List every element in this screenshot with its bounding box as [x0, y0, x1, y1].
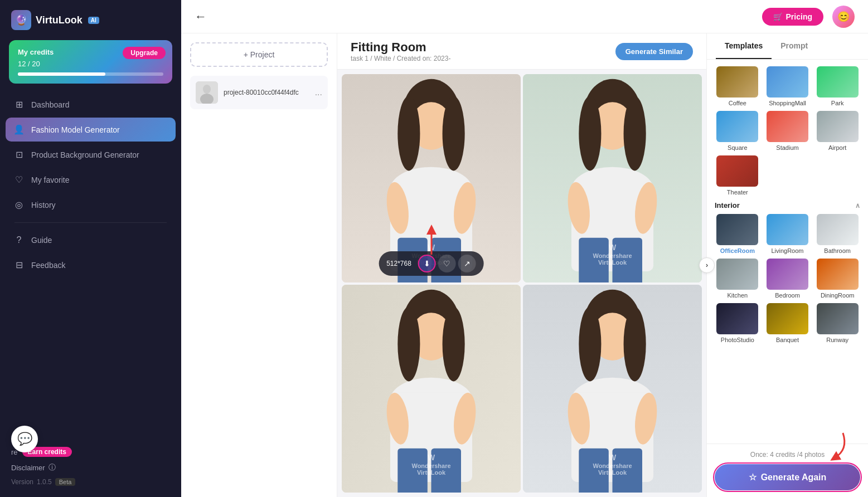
svg-rect-47 — [579, 448, 609, 493]
collapse-icon[interactable]: ∧ — [855, 202, 860, 209]
sidebar-item-label: Dashboard — [31, 100, 70, 109]
project-more-icon[interactable]: ... — [315, 87, 322, 98]
template-label-bathroom: Bathroom — [824, 247, 851, 254]
sidebar-item-feedback[interactable]: ⊟ Feedback — [6, 253, 176, 277]
left-panel: + Project project-80010cc0f44f4dfc ... — [181, 33, 337, 497]
svg-point-13 — [397, 96, 420, 171]
download-button-1[interactable]: ⬇ — [418, 255, 436, 272]
template-grid-interior2: Kitchen Bedroom DiningRoom — [715, 259, 860, 299]
template-item-runway[interactable]: Runway — [814, 303, 860, 343]
sidebar-nav: ⊞ Dashboard 👤 Fashion Model Generator ⊡ … — [0, 92, 181, 441]
template-thumb-bathroom — [817, 214, 859, 245]
image-cell-3: W Wondershare VirtuLook — [342, 285, 521, 493]
generate-similar-button[interactable]: Generate Similar — [615, 43, 693, 60]
template-item-stadium[interactable]: Stadium — [765, 111, 811, 151]
template-thumb-diningroom — [817, 259, 859, 290]
task-label: task 1 — [351, 55, 368, 62]
svg-point-14 — [443, 96, 465, 171]
template-thumb-kitchen — [716, 259, 758, 290]
template-item-diningroom[interactable]: DiningRoom — [814, 259, 860, 299]
svg-point-39 — [397, 306, 420, 381]
template-item-airport[interactable]: Airport — [814, 111, 860, 151]
generate-again-label: Generate Again — [761, 472, 827, 483]
tab-templates[interactable]: Templates — [716, 33, 772, 59]
sidebar-item-label: Feedback — [31, 261, 65, 270]
version-number: 1.0.5 — [37, 478, 52, 486]
app-name: VirtuLook — [36, 14, 83, 26]
template-label-shoppingmall: ShoppingMall — [769, 100, 806, 106]
template-label-square: Square — [728, 144, 747, 151]
template-grid-outdoor1: Coffee ShoppingMall Park — [715, 66, 860, 106]
sidebar-item-label: Guide — [31, 236, 52, 245]
sidebar-item-fashion-model[interactable]: 👤 Fashion Model Generator — [6, 118, 176, 142]
template-thumb-coffee — [716, 66, 758, 98]
template-thumb-theater — [716, 155, 758, 187]
svg-rect-35 — [397, 448, 428, 493]
sidebar-item-label: Fashion Model Generator — [31, 125, 120, 134]
tab-prompt[interactable]: Prompt — [772, 33, 817, 59]
template-item-shoppingmall[interactable]: ShoppingMall — [765, 66, 811, 106]
sidebar-item-dashboard[interactable]: ⊞ Dashboard — [6, 92, 176, 116]
template-item-park[interactable]: Park — [814, 66, 860, 106]
ai-badge: AI — [88, 17, 99, 24]
pricing-icon: 🛒 — [773, 12, 783, 21]
template-item-photostudio[interactable]: PhotoStudio — [715, 303, 760, 343]
avatar[interactable]: 😊 — [832, 6, 855, 28]
project-item[interactable]: project-80010cc0f44f4dfc ... — [190, 76, 328, 109]
pricing-label: Pricing — [786, 12, 812, 21]
fitting-room-title: Fitting Room — [351, 40, 450, 55]
heart-icon: ♡ — [13, 174, 25, 185]
pricing-button[interactable]: 🛒 Pricing — [762, 8, 823, 26]
chat-button[interactable]: 💬 — [11, 426, 38, 452]
share-button-1[interactable]: ↗ — [458, 255, 476, 272]
template-thumb-officeroom — [716, 214, 758, 245]
topbar-right: 🛒 Pricing 😊 — [762, 6, 855, 28]
template-item-bedroom[interactable]: Bedroom — [765, 259, 811, 299]
template-label-airport: Airport — [828, 144, 846, 151]
template-label-runway: Runway — [826, 337, 848, 343]
template-item-kitchen[interactable]: Kitchen — [715, 259, 760, 299]
template-thumb-stadium — [767, 111, 808, 142]
beta-badge: Beta — [55, 478, 76, 486]
project-name: project-80010cc0f44f4dfc — [224, 89, 309, 96]
templates-content: Coffee ShoppingMall Park Square — [707, 60, 868, 444]
template-item-square[interactable]: Square — [715, 111, 760, 151]
fitting-room-meta: task 1 / White / Created on: 2023- — [351, 55, 450, 62]
generate-again-button[interactable]: ☆ Generate Again — [715, 464, 860, 490]
template-item-coffee[interactable]: Coffee — [715, 66, 760, 106]
disclaimer-row[interactable]: Disclaimer ⓘ — [11, 462, 170, 472]
model-figure-4: W Wondershare VirtuLook — [523, 285, 702, 493]
template-label-bedroom: Bedroom — [775, 292, 800, 299]
back-button[interactable]: ← — [195, 9, 207, 24]
earn-credits-row: re Earn credits — [11, 447, 170, 457]
upgrade-button[interactable]: Upgrade — [123, 47, 166, 59]
history-icon: ◎ — [13, 199, 25, 210]
sidebar-item-product-bg[interactable]: ⊡ Product Background Generator — [6, 143, 176, 167]
interior-section-title: Interior ∧ — [715, 201, 860, 209]
template-label-banquet: Banquet — [776, 337, 799, 343]
like-button-1[interactable]: ♡ — [438, 255, 456, 272]
credits-count: 12 / 20 — [18, 60, 163, 68]
template-item-bathroom[interactable]: Bathroom — [814, 214, 860, 254]
template-thumb-airport — [817, 111, 859, 142]
collapse-button[interactable]: › — [699, 257, 715, 273]
sidebar-item-guide[interactable]: ? Guide — [6, 228, 176, 252]
template-item-theater[interactable]: Theater — [715, 155, 760, 196]
template-label-stadium: Stadium — [776, 144, 798, 151]
template-thumb-park — [817, 66, 859, 98]
template-label-photostudio: PhotoStudio — [721, 337, 754, 343]
add-project-button[interactable]: + Project — [190, 42, 328, 67]
sidebar-item-history[interactable]: ◎ History — [6, 193, 176, 217]
template-label-coffee: Coffee — [729, 100, 746, 106]
project-thumbnail — [196, 81, 218, 104]
interior-title-text: Interior — [715, 201, 740, 209]
template-item-banquet[interactable]: Banquet — [765, 303, 811, 343]
template-label-park: Park — [831, 100, 844, 106]
model-figure-3: W Wondershare VirtuLook — [342, 285, 521, 493]
sidebar-item-favorite[interactable]: ♡ My favorite — [6, 168, 176, 192]
svg-rect-23 — [579, 238, 609, 282]
template-item-officeroom[interactable]: OfficeRoom — [715, 214, 760, 254]
svg-point-51 — [579, 306, 601, 381]
template-item-livingroom[interactable]: LivingRoom — [765, 214, 811, 254]
svg-point-52 — [624, 306, 646, 381]
